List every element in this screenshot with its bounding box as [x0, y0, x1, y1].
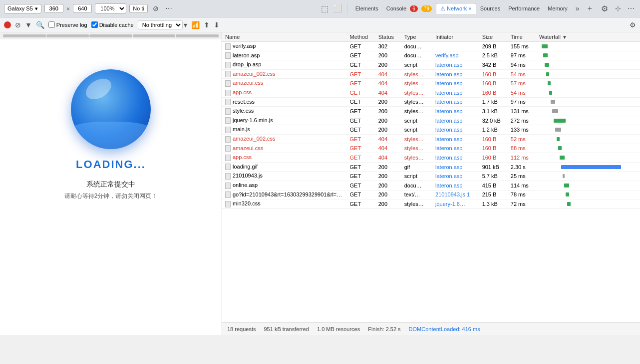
initiator-link[interactable]: lateron.asp [435, 90, 462, 96]
initiator-link[interactable]: lateron.asp [435, 145, 462, 151]
initiator-link[interactable]: lateron.asp [435, 108, 462, 114]
devtools-settings-icon[interactable]: ⚙ [599, 2, 610, 15]
cell-name[interactable]: go?id=21010943&rt=16303299329901&rl=3... [222, 190, 347, 199]
cell-waterfall [536, 125, 640, 135]
filter-icon[interactable]: ▼ [25, 21, 32, 29]
col-header-initiator[interactable]: Initiator [432, 32, 479, 42]
table-row[interactable]: lateron.aspGET200docu…verify.asp2.5 kB97… [222, 51, 640, 60]
table-row[interactable]: reset.cssGET200styles…lateron.asp1.7 kB9… [222, 97, 640, 107]
zoom-selector[interactable]: 100% [95, 3, 126, 13]
no-emulation-icon[interactable]: ⊘ [151, 3, 161, 13]
tab-memory[interactable]: Memory [544, 3, 572, 13]
upload-icon[interactable]: ⬆ [204, 21, 210, 29]
col-header-waterfall[interactable]: Waterfall ▼ [536, 32, 640, 42]
col-header-method[interactable]: Method [347, 32, 375, 42]
initiator-link[interactable]: lateron.asp [435, 182, 462, 188]
table-row[interactable]: verify.aspGET302docu…209 B155 ms [222, 42, 640, 51]
cell-name[interactable]: verify.asp [222, 42, 347, 51]
height-input[interactable] [73, 4, 92, 13]
col-header-size[interactable]: Size [479, 32, 508, 42]
more-devtools-icon[interactable]: ⋯ [626, 3, 636, 13]
col-header-name[interactable]: Name [222, 32, 347, 42]
initiator-link[interactable]: lateron.asp [435, 80, 462, 86]
cell-name[interactable]: reset.css [222, 97, 347, 107]
disable-cache-label[interactable]: Disable cache [91, 21, 134, 28]
network-table-scroll[interactable]: Name Method Status Type Initiator Size T… [222, 32, 640, 322]
tab-sources[interactable]: Sources [476, 3, 504, 13]
cell-name[interactable]: main.js [222, 125, 347, 135]
initiator-link[interactable]: lateron.asp [435, 173, 462, 179]
wifi-icon[interactable]: 📶 [191, 21, 200, 29]
table-row[interactable]: app.cssGET404styles…lateron.asp160 B54 m… [222, 88, 640, 97]
table-row[interactable]: style.cssGET200styles…lateron.asp3.1 kB1… [222, 107, 640, 116]
initiator-link[interactable]: lateron.asp [435, 164, 462, 170]
add-tab-icon[interactable]: + [584, 2, 596, 15]
tab-elements[interactable]: Elements [351, 3, 382, 13]
tab-performance[interactable]: Performance [504, 3, 544, 13]
clear-button[interactable]: ⊘ [15, 21, 21, 29]
initiator-link[interactable]: verify.asp [435, 52, 458, 58]
disable-cache-checkbox[interactable] [91, 21, 98, 28]
table-row[interactable]: online.aspGET200docu…lateron.asp415 B114… [222, 181, 640, 190]
cell-name[interactable]: amazeui.css [222, 144, 347, 153]
initiator-link[interactable]: lateron.asp [435, 99, 462, 105]
record-button[interactable] [4, 21, 11, 28]
device-selector[interactable]: Galaxy S5 ▾ [4, 4, 41, 13]
table-row[interactable]: loading.gifGET200giflateron.asp901 kB2.3… [222, 162, 640, 172]
more-tools-icon[interactable]: ⋯ [164, 3, 174, 13]
tab-console[interactable]: Console 6 79 [382, 3, 436, 13]
cell-name[interactable]: loading.gif [222, 162, 347, 172]
no-throttle-btn[interactable]: No ti [129, 4, 148, 13]
table-row[interactable]: amazeui.cssGET404styles…lateron.asp160 B… [222, 79, 640, 88]
table-row[interactable]: app.cssGET404styles…lateron.asp160 B112 … [222, 153, 640, 163]
throttling-selector[interactable]: No throttling [138, 20, 183, 29]
table-row[interactable]: amazeui_002.cssGET404styles…lateron.asp1… [222, 134, 640, 144]
col-header-time[interactable]: Time [508, 32, 536, 42]
tab-network[interactable]: ⚠ Network × [436, 3, 476, 14]
preserve-log-label[interactable]: Preserve log [48, 21, 87, 28]
initiator-link[interactable]: lateron.asp [435, 118, 462, 124]
table-row[interactable]: amazeui_002.cssGET404styles…lateron.asp1… [222, 69, 640, 79]
table-row[interactable]: min320.cssGET200styles…jquery-1.6…1.3 kB… [222, 199, 640, 209]
cell-name[interactable]: lateron.asp [222, 51, 347, 60]
table-row[interactable]: jquery-1.6.min.jsGET200scriptlateron.asp… [222, 116, 640, 125]
bubble-highlight [82, 75, 115, 104]
cell-name[interactable]: app.css [222, 153, 347, 163]
table-row[interactable]: go?id=21010943&rt=16303299329901&rl=3...… [222, 190, 640, 199]
devtools-cursor-icon[interactable]: ⬚ [320, 3, 330, 13]
cell-name[interactable]: drop_ip.asp [222, 60, 347, 70]
cell-name[interactable]: style.css [222, 107, 347, 116]
device-toolbar-icon[interactable]: ⬜ [333, 3, 343, 13]
inspect-icon[interactable]: ⊹ [613, 3, 623, 13]
initiator-link[interactable]: lateron.asp [435, 127, 462, 133]
cell-name[interactable]: app.css [222, 88, 347, 97]
table-row[interactable]: 21010943.jsGET200scriptlateron.asp5.7 kB… [222, 172, 640, 181]
initiator-link[interactable]: jquery-1.6… [435, 201, 465, 207]
cell-name[interactable]: min320.css [222, 199, 347, 209]
tab-overflow-icon[interactable]: » [572, 2, 584, 14]
cell-name[interactable]: amazeui.css [222, 79, 347, 88]
network-settings-icon[interactable]: ⚙ [630, 21, 636, 29]
preserve-log-checkbox[interactable] [48, 21, 55, 28]
initiator-link[interactable]: lateron.asp [435, 155, 462, 161]
search-icon[interactable]: 🔍 [36, 21, 44, 29]
table-row[interactable]: drop_ip.aspGET200scriptlateron.asp342 B9… [222, 60, 640, 70]
initiator-link[interactable]: lateron.asp [435, 71, 462, 77]
table-row[interactable]: amazeui.cssGET404styles…lateron.asp160 B… [222, 144, 640, 153]
col-header-type[interactable]: Type [401, 32, 432, 42]
cell-name[interactable]: jquery-1.6.min.js [222, 116, 347, 125]
cell-name[interactable]: amazeui_002.css [222, 134, 347, 144]
width-input[interactable] [44, 4, 63, 13]
cell-type: docu… [401, 181, 432, 190]
initiator-link[interactable]: lateron.asp [435, 62, 462, 68]
throttle-down-icon[interactable]: ▾ [184, 21, 187, 29]
initiator-link[interactable]: 21010943.js:1 [435, 191, 470, 197]
cell-name[interactable]: 21010943.js [222, 172, 347, 181]
cell-name[interactable]: online.asp [222, 181, 347, 190]
table-row[interactable]: main.jsGET200scriptlateron.asp1.2 kB133 … [222, 125, 640, 135]
download-icon[interactable]: ⬇ [214, 21, 220, 29]
initiator-link[interactable]: lateron.asp [435, 136, 462, 142]
cell-name[interactable]: amazeui_002.css [222, 69, 347, 79]
col-header-status[interactable]: Status [375, 32, 401, 42]
domcontent-time[interactable]: DOMContentLoaded: 416 ms [409, 326, 480, 332]
